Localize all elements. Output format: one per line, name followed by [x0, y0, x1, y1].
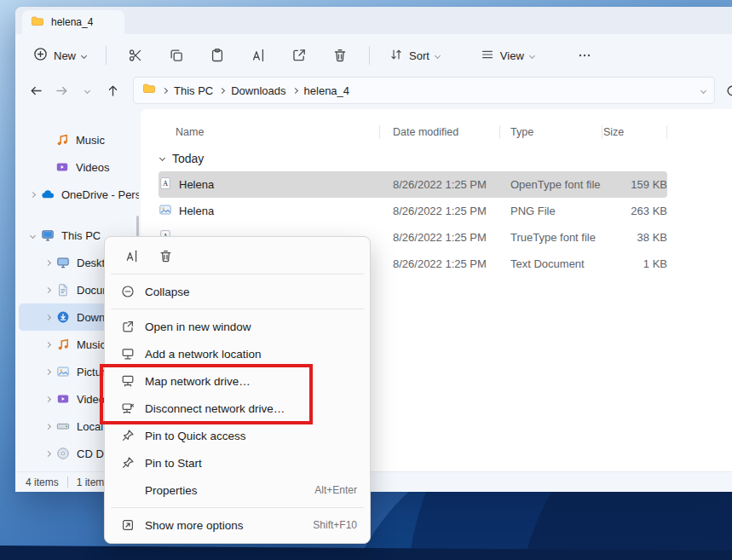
- copy-button[interactable]: [159, 41, 193, 70]
- expand-chevron-icon[interactable]: [39, 343, 56, 347]
- sidebar-item-label: Music: [76, 134, 105, 147]
- delete-button[interactable]: [152, 243, 179, 268]
- menu-divider: [111, 274, 364, 274]
- chevron-down-icon: [529, 52, 535, 58]
- explorer-tab[interactable]: helena_4: [22, 10, 124, 34]
- sidebar-item-label: Videos: [76, 161, 110, 174]
- file-row[interactable]: Helena 8/26/2022 1:25 PM PNG File 263 KB: [159, 198, 667, 224]
- menu-item-shortcut: Shift+F10: [313, 519, 357, 531]
- expand-chevron-icon[interactable]: [39, 288, 56, 292]
- column-header-date-modified[interactable]: Date modified: [380, 119, 500, 145]
- new-button[interactable]: New: [26, 42, 94, 69]
- menu-item-pin-to-start[interactable]: Pin to Start: [109, 449, 366, 476]
- chevron-down-icon: [435, 52, 441, 58]
- file-size: 263 KB: [602, 205, 667, 217]
- toolbar-divider: [369, 46, 370, 65]
- menu-divider: [111, 507, 364, 508]
- file-type: OpenType font file: [500, 178, 602, 191]
- file-type: Text Document: [500, 257, 602, 270]
- menu-item-label: Pin to Quick access: [145, 430, 246, 442]
- file-row[interactable]: A Helena 8/26/2022 1:25 PM OpenType font…: [159, 171, 667, 198]
- expand-chevron-icon[interactable]: [39, 452, 56, 456]
- sidebar-item-label: This PC: [61, 229, 101, 242]
- sort-button[interactable]: Sort: [382, 43, 447, 69]
- address-bar[interactable]: This PC Downloads helena_4: [133, 77, 715, 104]
- rename-button[interactable]: [118, 243, 145, 268]
- menu-item-properties[interactable]: Properties Alt+Enter: [109, 476, 366, 504]
- expand-chevron-icon[interactable]: [39, 261, 56, 265]
- desktop-icon: [56, 256, 70, 269]
- expand-chevron-icon[interactable]: [24, 193, 41, 197]
- menu-item-label: Pin to Start: [145, 457, 202, 470]
- delete-button[interactable]: [323, 41, 357, 70]
- menu-item-open-in-new-window[interactable]: Open in new window: [109, 313, 366, 340]
- menu-divider: [111, 309, 364, 309]
- file-date: 8/26/2022 1:25 PM: [380, 205, 500, 217]
- sidebar-section-gap: [15, 208, 141, 222]
- address-row: This PC Downloads helena_4: [15, 77, 732, 109]
- breadcrumb-downloads[interactable]: Downloads: [231, 84, 285, 97]
- collapse-chevron-icon[interactable]: [24, 234, 41, 238]
- menu-item-pin-to-quick-access[interactable]: Pin to Quick access: [109, 422, 366, 449]
- collapse-chevron-icon: [159, 155, 165, 161]
- expand-chevron-icon[interactable]: [39, 397, 56, 401]
- menu-item-label: Properties: [145, 484, 198, 497]
- menu-item-shortcut: Alt+Enter: [314, 484, 357, 496]
- open-new-window-icon: [119, 320, 136, 333]
- local-disk-icon: [56, 419, 70, 433]
- show-more-options-icon: [119, 518, 136, 532]
- chevron-right-icon: [162, 87, 168, 93]
- sidebar-item-onedrive[interactable]: OneDrive - Personal: [19, 181, 139, 208]
- file-name: Helena: [179, 205, 214, 217]
- expand-chevron-icon[interactable]: [39, 424, 56, 429]
- item-count: 4 items: [26, 476, 59, 488]
- up-button[interactable]: [101, 78, 124, 102]
- sidebar-item-label: OneDrive - Personal: [61, 188, 139, 201]
- expand-chevron-icon[interactable]: [39, 315, 56, 320]
- group-header-today[interactable]: Today: [159, 145, 732, 171]
- annotation-highlight: [100, 364, 313, 424]
- menu-item-show-more-options[interactable]: Show more options Shift+F10: [109, 511, 366, 539]
- folder-icon: [31, 14, 44, 31]
- menu-item-label: Show more options: [145, 519, 244, 532]
- more-options-button[interactable]: [568, 41, 602, 70]
- share-button[interactable]: [282, 41, 316, 70]
- image-file-icon: [159, 203, 172, 219]
- file-type: PNG File: [500, 205, 602, 217]
- pin-icon: [119, 429, 136, 442]
- forward-button[interactable]: [49, 78, 73, 102]
- file-name: Helena: [179, 178, 214, 191]
- font-file-icon: A: [159, 176, 172, 193]
- view-button[interactable]: View: [473, 43, 542, 69]
- file-type: TrueType font file: [500, 231, 602, 244]
- recent-locations-button[interactable]: [75, 78, 99, 102]
- back-button[interactable]: [24, 78, 48, 102]
- column-header-name[interactable]: Name: [159, 119, 380, 145]
- videos-icon: [56, 392, 70, 406]
- file-size: 159 KB: [602, 178, 667, 191]
- cd-drive-icon: [56, 447, 70, 460]
- breadcrumb-this-pc[interactable]: This PC: [174, 84, 213, 97]
- chevron-down-icon: [84, 87, 89, 93]
- cut-button[interactable]: [118, 41, 153, 70]
- context-menu-quick-actions: [109, 241, 366, 270]
- pin-icon: [119, 456, 136, 470]
- menu-item-collapse[interactable]: Collapse: [109, 278, 366, 305]
- onedrive-cloud-icon: [41, 188, 55, 201]
- command-bar: New Sort View: [15, 34, 732, 77]
- sidebar-item-music-pinned[interactable]: Music: [19, 126, 139, 153]
- breadcrumb-helena-4[interactable]: helena_4: [304, 84, 350, 97]
- network-location-icon: [119, 347, 136, 361]
- view-icon: [481, 48, 494, 64]
- paste-button[interactable]: [200, 41, 234, 70]
- sidebar-item-videos-pinned[interactable]: Videos: [19, 153, 139, 181]
- expand-chevron-icon[interactable]: [39, 370, 56, 374]
- column-header-type[interactable]: Type: [500, 119, 602, 145]
- file-size: 1 KB: [602, 257, 667, 270]
- rename-button[interactable]: [241, 41, 275, 70]
- column-header-size[interactable]: Size: [602, 119, 667, 145]
- menu-item-label: Add a network location: [145, 348, 262, 361]
- refresh-button[interactable]: [720, 78, 732, 102]
- address-dropdown-chevron[interactable]: [701, 89, 706, 93]
- file-date: 8/26/2022 1:25 PM: [380, 231, 500, 244]
